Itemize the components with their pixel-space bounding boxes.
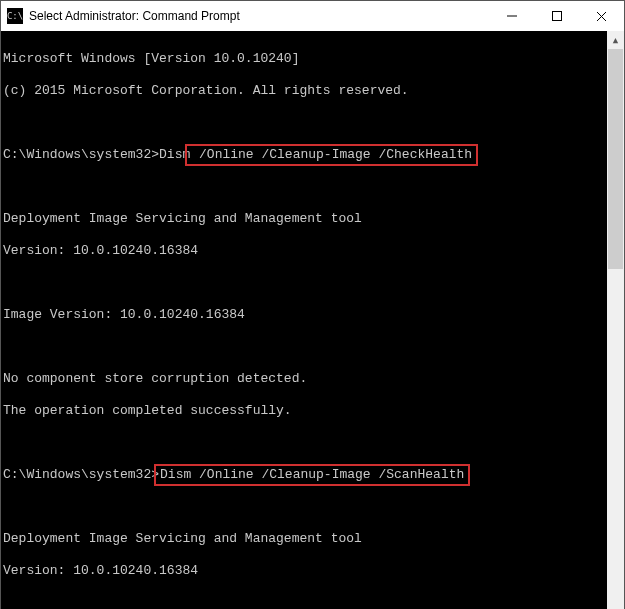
highlight-scanhealth: Dism /Online /Cleanup-Image /ScanHealth <box>154 464 470 486</box>
prompt-text: C:\Windows\system32> <box>3 467 159 482</box>
output-line: Version: 10.0.10240.16384 <box>3 243 607 259</box>
maximize-button[interactable] <box>534 1 579 31</box>
output-line: (c) 2015 Microsoft Corporation. All righ… <box>3 83 607 99</box>
output-line: C:\Windows\system32>Dism /Online /Cleanu… <box>3 467 607 483</box>
output-line: Deployment Image Servicing and Managemen… <box>3 211 607 227</box>
scrollbar[interactable]: ▲ ▼ <box>607 31 624 609</box>
output-line: Image Version: 10.0.10240.16384 <box>3 307 607 323</box>
output-line: C:\Windows\system32>Dism /Online /Cleanu… <box>3 147 607 163</box>
close-button[interactable] <box>579 1 624 31</box>
output-line: Deployment Image Servicing and Managemen… <box>3 531 607 547</box>
command-prompt-window: C:\ Select Administrator: Command Prompt… <box>0 0 625 609</box>
output-line <box>3 435 607 451</box>
scroll-thumb[interactable] <box>608 49 623 269</box>
output-line: Microsoft Windows [Version 10.0.10240] <box>3 51 607 67</box>
output-line <box>3 275 607 291</box>
output-line: The operation completed successfully. <box>3 403 607 419</box>
output-line <box>3 499 607 515</box>
prompt-text: C:\Windows\system32>Dism <box>3 147 190 162</box>
minimize-button[interactable] <box>489 1 534 31</box>
output-line: No component store corruption detected. <box>3 371 607 387</box>
terminal-output[interactable]: Microsoft Windows [Version 10.0.10240] (… <box>1 31 607 609</box>
output-line <box>3 339 607 355</box>
output-line <box>3 595 607 609</box>
highlight-checkhealth: /Online /Cleanup-Image /CheckHealth <box>185 144 478 166</box>
terminal-area: Microsoft Windows [Version 10.0.10240] (… <box>1 31 624 609</box>
output-line <box>3 179 607 195</box>
svg-rect-1 <box>552 12 561 21</box>
output-line: Version: 10.0.10240.16384 <box>3 563 607 579</box>
scroll-up-icon[interactable]: ▲ <box>607 31 624 48</box>
output-line <box>3 115 607 131</box>
cmd-icon: C:\ <box>7 8 23 24</box>
titlebar[interactable]: C:\ Select Administrator: Command Prompt <box>1 1 624 31</box>
window-title: Select Administrator: Command Prompt <box>29 9 240 23</box>
